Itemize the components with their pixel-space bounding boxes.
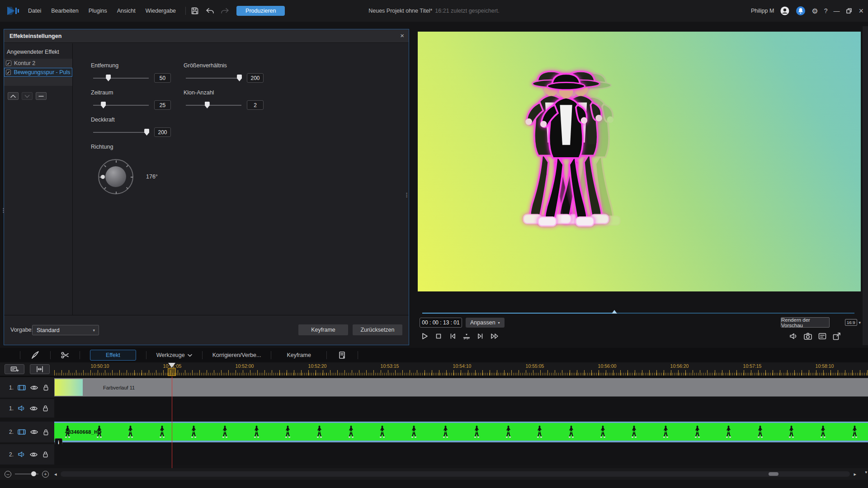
preview-viewport[interactable] xyxy=(418,32,861,291)
zoom-out-icon[interactable]: – xyxy=(5,471,11,478)
slider-klon-anzahl[interactable] xyxy=(186,105,241,106)
fast-forward-button[interactable] xyxy=(490,331,500,341)
ruler-scale[interactable]: 10:50:10 10:51:05 10:52:00 10:52:20 10:5… xyxy=(54,362,868,376)
aspect-ratio-selector[interactable]: 16:9 ▾ xyxy=(845,319,861,326)
slider-thumb[interactable] xyxy=(101,102,106,108)
track-content-audio-2[interactable] xyxy=(54,444,868,465)
slider-thumb[interactable] xyxy=(237,75,242,81)
menu-datei[interactable]: Datei xyxy=(28,8,41,14)
track-manager-button[interactable] xyxy=(5,364,24,374)
scroll-right-icon[interactable]: ▸ xyxy=(854,471,856,477)
render-preview-button[interactable]: Rendern der Vorschau xyxy=(781,317,830,328)
panel-splitter-handle[interactable]: ••• xyxy=(406,192,408,198)
preset-dropdown[interactable]: Standard ▾ xyxy=(32,325,99,335)
move-effect-up-button[interactable] xyxy=(8,92,19,100)
slider-value-deckkraft[interactable]: 200 xyxy=(154,127,171,137)
playhead-handle[interactable] xyxy=(168,363,175,368)
effect-checkbox[interactable]: ✓ xyxy=(6,61,11,66)
slider-thumb[interactable] xyxy=(144,129,149,136)
playhead-ruler-marker[interactable] xyxy=(168,368,176,376)
menu-bearbeiten[interactable]: Bearbeiten xyxy=(51,8,78,14)
zoom-fit-dropdown[interactable]: Anpassen ▾ xyxy=(466,318,505,328)
next-frame-button[interactable] xyxy=(476,331,486,341)
lock-track-icon[interactable] xyxy=(42,384,50,391)
effect-item-bewegungsspur[interactable]: ✓ Bewegungsspur - Puls 3 xyxy=(4,68,72,77)
lock-track-icon[interactable] xyxy=(42,450,49,458)
timecode-display[interactable]: 00 : 00 : 13 : 01 xyxy=(420,318,462,328)
slider-thumb[interactable] xyxy=(106,75,111,81)
slider-entfernung[interactable] xyxy=(93,78,149,79)
toggle-visibility-eye-icon[interactable] xyxy=(29,451,38,458)
slider-value-zeitraum[interactable]: 25 xyxy=(154,100,171,110)
panel-close-icon[interactable]: × xyxy=(400,32,404,39)
settings-gear-icon[interactable]: ⚙ xyxy=(811,7,818,15)
help-icon[interactable]: ? xyxy=(824,7,828,14)
menu-ansicht[interactable]: Ansicht xyxy=(117,8,136,14)
timeline-scrollbar-thumb[interactable] xyxy=(769,472,778,476)
track-content-video-1[interactable]: Farbverlauf 11 xyxy=(54,377,868,398)
minimize-icon[interactable]: — xyxy=(833,7,840,14)
preview-details-icon[interactable] xyxy=(817,331,827,341)
slider-groessenverhaeltnis[interactable] xyxy=(186,78,241,79)
tab-korrigieren[interactable]: Korrigieren/Verbe... xyxy=(212,352,261,358)
avatar-icon[interactable] xyxy=(780,6,790,16)
clip-attributes-icon[interactable] xyxy=(338,351,347,360)
scroll-down-icon[interactable]: ▾ xyxy=(865,470,867,474)
previous-frame-button[interactable] xyxy=(448,331,458,341)
clip-greenscreen-video[interactable]: 483460668_HD i xyxy=(54,422,868,442)
popout-preview-icon[interactable] xyxy=(832,331,842,341)
slider-value-groessenverhaeltnis[interactable]: 200 xyxy=(247,73,264,83)
keyframe-button[interactable]: Keyframe xyxy=(298,324,348,335)
stop-button[interactable] xyxy=(434,331,443,341)
remove-effect-button[interactable] xyxy=(36,92,47,100)
slider-value-entfernung[interactable]: 50 xyxy=(154,73,171,83)
zoom-in-icon[interactable]: + xyxy=(42,471,49,478)
menu-plugins[interactable]: Plugins xyxy=(89,8,107,14)
lock-track-icon[interactable] xyxy=(42,404,49,412)
play-button[interactable] xyxy=(420,331,429,341)
slider-deckkraft[interactable] xyxy=(93,132,149,133)
preview-seekbar[interactable] xyxy=(422,311,854,315)
volume-icon[interactable] xyxy=(788,331,798,341)
effect-item-kontur[interactable]: ✓ Kontur 2 xyxy=(4,59,72,68)
slider-value-klon-anzahl[interactable]: 2 xyxy=(247,100,264,110)
reset-button[interactable]: Zurücksetzen xyxy=(353,324,402,335)
track-content-audio-1[interactable] xyxy=(54,399,868,418)
timeline-zoom-slider[interactable] xyxy=(15,474,38,474)
timeline-ruler[interactable]: 10:50:10 10:51:05 10:52:00 10:52:20 10:5… xyxy=(0,362,868,376)
right-panel-splitter[interactable] xyxy=(863,26,868,345)
lock-track-icon[interactable] xyxy=(42,428,50,436)
toggle-visibility-eye-icon[interactable] xyxy=(30,428,38,436)
direction-dial[interactable] xyxy=(98,159,133,194)
toggle-visibility-eye-icon[interactable] xyxy=(30,384,38,391)
seekbar-thumb[interactable] xyxy=(612,310,617,314)
notifications-bell-icon[interactable] xyxy=(796,6,806,16)
restore-window-icon[interactable] xyxy=(845,7,853,14)
user-name[interactable]: Philipp M xyxy=(751,8,774,14)
save-icon[interactable] xyxy=(190,6,199,15)
seek-to-marker-button[interactable] xyxy=(462,331,472,341)
range-selection-button[interactable] xyxy=(30,364,50,374)
effect-checkbox[interactable]: ✓ xyxy=(6,70,11,75)
snapshot-camera-icon[interactable] xyxy=(803,331,813,341)
track-content-video-2[interactable]: 483460668_HD i xyxy=(54,422,868,442)
redo-icon[interactable] xyxy=(220,6,230,15)
tab-effekt[interactable]: Effekt xyxy=(90,350,136,361)
design-pen-icon[interactable] xyxy=(30,350,40,360)
timeline-scrollbar[interactable] xyxy=(61,471,850,477)
menu-wiedergabe[interactable]: Wiedergabe xyxy=(146,8,176,14)
zoom-slider-thumb[interactable] xyxy=(31,471,36,476)
tab-werkzeuge[interactable]: Werkzeuge xyxy=(156,352,192,358)
scroll-left-icon[interactable]: ◂ xyxy=(54,471,57,477)
split-scissors-icon[interactable] xyxy=(61,351,70,360)
toggle-visibility-eye-icon[interactable] xyxy=(29,405,38,412)
slider-zeitraum[interactable] xyxy=(93,105,149,106)
tab-keyframe[interactable]: Keyframe xyxy=(287,352,311,358)
clip-farbverlauf[interactable]: Farbverlauf 11 xyxy=(54,378,868,397)
close-window-icon[interactable]: × xyxy=(859,6,863,16)
dial-knob[interactable] xyxy=(105,166,126,187)
produce-button[interactable]: Produzieren xyxy=(236,6,285,16)
undo-icon[interactable] xyxy=(205,6,215,15)
move-effect-down-button[interactable] xyxy=(22,92,33,100)
slider-thumb[interactable] xyxy=(205,102,210,108)
